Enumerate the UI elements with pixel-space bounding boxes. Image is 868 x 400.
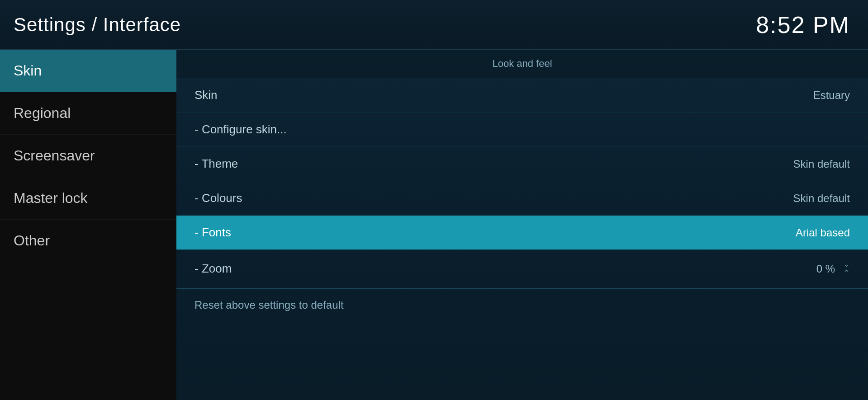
zoom-value: 0 % [816, 263, 835, 275]
skin-value: Estuary [813, 89, 850, 102]
main-content: Skin Regional Screensaver Master lock Ot… [0, 50, 868, 400]
theme-label: - Theme [194, 157, 238, 171]
page-title: Settings / Interface [14, 14, 181, 36]
reset-row[interactable]: Reset above settings to default [176, 288, 868, 321]
settings-row-configure-skin[interactable]: - Configure skin... [176, 113, 868, 147]
fonts-value: Arial based [796, 226, 850, 239]
clock: 8:52 PM [756, 11, 850, 38]
skin-label: Skin [194, 88, 218, 102]
colours-value: Skin default [793, 192, 850, 205]
settings-row-theme[interactable]: - Theme Skin default [176, 147, 868, 181]
zoom-up-icon[interactable]: ⌃ [843, 269, 850, 278]
header: Settings / Interface 8:52 PM [0, 0, 868, 50]
settings-row-zoom[interactable]: - Zoom 0 % ⌄ ⌃ [176, 250, 868, 288]
zoom-label: - Zoom [194, 262, 232, 276]
content-panel: Look and feel Skin Estuary - Configure s… [176, 50, 868, 400]
zoom-stepper[interactable]: ⌄ ⌃ [843, 260, 850, 278]
sidebar-item-skin[interactable]: Skin [0, 50, 176, 92]
colours-label: - Colours [194, 191, 242, 205]
fonts-label: - Fonts [194, 226, 231, 240]
configure-skin-label: - Configure skin... [194, 122, 287, 136]
sidebar: Skin Regional Screensaver Master lock Ot… [0, 50, 176, 400]
sidebar-item-other[interactable]: Other [0, 220, 176, 262]
sidebar-item-master-lock[interactable]: Master lock [0, 177, 176, 220]
settings-row-colours[interactable]: - Colours Skin default [176, 181, 868, 216]
settings-row-skin[interactable]: Skin Estuary [176, 78, 868, 113]
sidebar-item-screensaver[interactable]: Screensaver [0, 135, 176, 177]
reset-label: Reset above settings to default [194, 299, 344, 311]
sidebar-item-regional[interactable]: Regional [0, 92, 176, 135]
section-header: Look and feel [176, 50, 868, 78]
zoom-controls: 0 % ⌄ ⌃ [816, 260, 850, 278]
theme-value: Skin default [793, 158, 850, 170]
settings-row-fonts[interactable]: - Fonts Arial based [176, 216, 868, 250]
zoom-down-icon[interactable]: ⌄ [843, 260, 850, 269]
